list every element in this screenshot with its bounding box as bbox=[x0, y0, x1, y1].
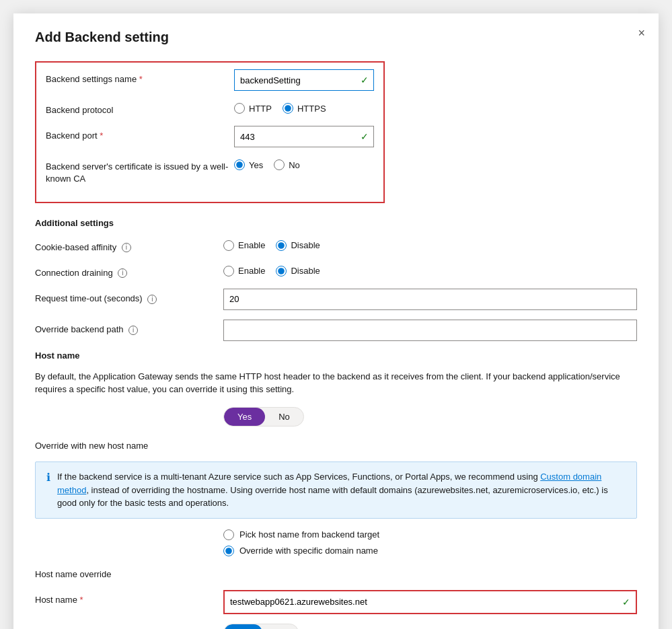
backend-port-input[interactable] bbox=[234, 126, 374, 147]
host-name-title: Host name bbox=[35, 350, 637, 361]
backend-protocol-row: Backend protocol HTTP HTTPS bbox=[46, 100, 374, 116]
host-name-label: Host name * bbox=[35, 590, 223, 606]
create-probes-toggle-group: Yes No bbox=[35, 624, 637, 629]
cert-yes-radio[interactable] bbox=[234, 159, 245, 170]
protocol-radio-group: HTTP HTTPS bbox=[234, 100, 374, 114]
info-box-icon: ℹ bbox=[46, 471, 50, 484]
path-info-icon[interactable]: i bbox=[128, 326, 138, 335]
cookie-disable-label[interactable]: Disable bbox=[276, 240, 320, 251]
pick-backend-radio[interactable] bbox=[223, 529, 234, 540]
pick-backend-row: Pick host name from backend target bbox=[223, 529, 637, 540]
conn-disable-radio[interactable] bbox=[276, 266, 287, 276]
backend-port-row: Backend port * ✓ bbox=[46, 126, 374, 147]
conn-enable-radio[interactable] bbox=[223, 266, 234, 276]
host-name-description: By default, the Application Gateway send… bbox=[35, 370, 637, 396]
info-box: ℹ If the backend service is a multi-tena… bbox=[35, 461, 637, 519]
request-timeout-label: Request time-out (seconds) i bbox=[35, 289, 223, 305]
backend-port-label: Backend port * bbox=[46, 126, 234, 142]
backend-settings-name-control: ✓ bbox=[234, 69, 374, 91]
conn-enable-label[interactable]: Enable bbox=[223, 266, 265, 276]
close-button[interactable]: × bbox=[638, 27, 645, 39]
http-radio-label[interactable]: HTTP bbox=[234, 103, 272, 114]
timeout-info-icon[interactable]: i bbox=[147, 295, 157, 304]
host-name-override-row: Host name override bbox=[35, 564, 637, 581]
cookie-enable-label[interactable]: Enable bbox=[223, 240, 265, 251]
hostname-check-icon: ✓ bbox=[622, 597, 630, 607]
host-name-options: Pick host name from backend target Overr… bbox=[35, 529, 637, 556]
cert-ca-label: Backend server's certificate is issued b… bbox=[46, 157, 234, 185]
request-timeout-control bbox=[223, 289, 637, 310]
add-backend-setting-dialog: Add Backend setting × Backend settings n… bbox=[13, 13, 659, 629]
highlighted-fields-box: Backend settings name * ✓ Backend protoc… bbox=[35, 61, 385, 203]
backend-settings-name-input-wrapper: ✓ bbox=[234, 69, 374, 91]
override-new-host-row: Override with new host name bbox=[35, 436, 637, 452]
required-marker: * bbox=[139, 74, 143, 84]
connection-info-icon[interactable]: i bbox=[118, 268, 127, 278]
host-name-override-toggle-group: Yes No bbox=[35, 407, 637, 427]
backend-settings-name-label: Backend settings name * bbox=[46, 69, 234, 85]
override-path-control bbox=[223, 320, 637, 341]
host-name-override-label: Host name override bbox=[35, 564, 223, 581]
cert-ca-radio-group: Yes No bbox=[234, 157, 374, 170]
info-box-text: If the backend service is a multi-tenant… bbox=[57, 470, 626, 510]
override-path-input[interactable] bbox=[223, 320, 637, 341]
backend-settings-name-row: Backend settings name * ✓ bbox=[46, 69, 374, 91]
additional-settings-title: Additional settings bbox=[35, 218, 637, 228]
override-path-label: Override backend path i bbox=[35, 320, 223, 336]
backend-port-control: ✓ bbox=[234, 126, 374, 147]
connection-draining-radio-group: Enable Disable bbox=[223, 263, 637, 276]
backend-protocol-control: HTTP HTTPS bbox=[234, 100, 374, 114]
host-name-control: ✓ bbox=[223, 590, 637, 614]
override-specific-row: Override with specific domain name bbox=[223, 546, 637, 556]
cookie-enable-radio[interactable] bbox=[223, 240, 234, 251]
request-timeout-input[interactable] bbox=[223, 289, 637, 310]
override-specific-radio[interactable] bbox=[223, 546, 234, 556]
cookie-affinity-label: Cookie-based affinity i bbox=[35, 237, 223, 254]
cert-no-radio[interactable] bbox=[274, 159, 285, 170]
override-path-row: Override backend path i bbox=[35, 320, 637, 341]
create-probes-toggle: Yes No bbox=[223, 624, 299, 629]
http-radio[interactable] bbox=[234, 103, 245, 114]
port-check-icon: ✓ bbox=[361, 131, 369, 142]
host-name-section: Host name By default, the Application Ga… bbox=[35, 350, 637, 629]
cookie-affinity-radio-group: Enable Disable bbox=[223, 237, 637, 251]
port-required-marker: * bbox=[100, 131, 103, 141]
connection-draining-label: Connection draining i bbox=[35, 263, 223, 279]
override-new-host-label: Override with new host name bbox=[35, 436, 223, 452]
hostname-required: * bbox=[80, 595, 83, 605]
https-radio-label[interactable]: HTTPS bbox=[283, 103, 326, 114]
https-radio[interactable] bbox=[283, 103, 293, 114]
cookie-affinity-control: Enable Disable bbox=[223, 237, 637, 251]
host-name-override-toggle: Yes No bbox=[223, 407, 304, 427]
cert-ca-control: Yes No bbox=[234, 157, 374, 170]
toggle-yes-button[interactable]: Yes bbox=[224, 408, 265, 426]
override-specific-label[interactable]: Override with specific domain name bbox=[239, 546, 378, 556]
backend-settings-name-input[interactable] bbox=[234, 69, 374, 91]
cert-no-label[interactable]: No bbox=[274, 159, 300, 170]
backend-port-input-wrapper: ✓ bbox=[234, 126, 374, 147]
cookie-disable-radio[interactable] bbox=[276, 240, 287, 251]
cookie-info-icon[interactable]: i bbox=[122, 243, 131, 252]
pick-backend-label[interactable]: Pick host name from backend target bbox=[239, 529, 379, 540]
host-name-input[interactable] bbox=[225, 591, 636, 613]
dialog-title: Add Backend setting bbox=[35, 30, 637, 45]
host-name-input-wrapper: ✓ bbox=[223, 590, 637, 614]
connection-draining-row: Connection draining i Enable Disable bbox=[35, 263, 637, 279]
backend-protocol-label: Backend protocol bbox=[46, 100, 234, 116]
cert-yes-label[interactable]: Yes bbox=[234, 159, 263, 170]
probes-yes-button[interactable]: Yes bbox=[224, 624, 262, 629]
cookie-affinity-row: Cookie-based affinity i Enable Disable bbox=[35, 237, 637, 254]
conn-disable-label[interactable]: Disable bbox=[276, 266, 320, 276]
cert-ca-row: Backend server's certificate is issued b… bbox=[46, 157, 374, 185]
toggle-no-button[interactable]: No bbox=[265, 408, 303, 426]
request-timeout-row: Request time-out (seconds) i bbox=[35, 289, 637, 310]
connection-draining-control: Enable Disable bbox=[223, 263, 637, 276]
probes-no-button[interactable]: No bbox=[262, 624, 298, 629]
check-icon: ✓ bbox=[361, 75, 369, 85]
host-name-row: Host name * ✓ bbox=[35, 590, 637, 614]
